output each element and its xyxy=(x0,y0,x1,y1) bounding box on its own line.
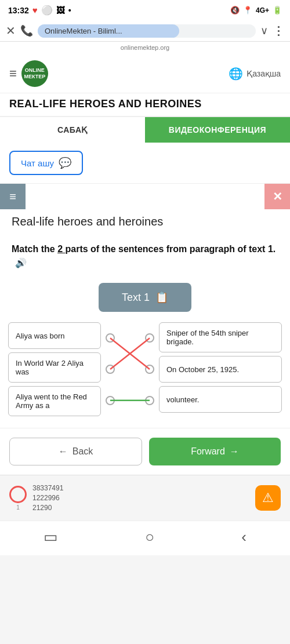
chat-section: Чат ашу 💬 xyxy=(0,143,290,184)
url-bar[interactable]: OnlineMekten - Biliml... xyxy=(38,24,256,38)
lesson-title: Real-life heroes and heroines xyxy=(0,184,290,234)
browser-bar: ✕ 📞 OnlineMekten - Biliml... ∨ ⋮ xyxy=(0,20,290,42)
page-title: REAL-LIFE HEROES AND HEROINES xyxy=(9,98,281,110)
battery-icon: 🔋 xyxy=(273,6,282,14)
chat-bubble-icon: 💬 xyxy=(59,157,71,169)
chat-button-label: Чат ашу xyxy=(21,158,54,168)
nav-buttons: ← Back Forward → xyxy=(0,428,290,475)
browser-close-button[interactable]: ✕ xyxy=(6,24,16,38)
right-item-1: Sniper of the 54th sniper brigade. xyxy=(159,322,282,352)
back-nav-button[interactable]: ‹ xyxy=(241,528,246,546)
signal-strength: 4G+ xyxy=(256,6,269,14)
match-container: Aliya was born In World War 2 Aliya was … xyxy=(8,322,282,416)
match-area: Aliya was born In World War 2 Aliya was … xyxy=(0,322,290,428)
task-instruction: Match the 2 parts of the sentences from … xyxy=(0,234,290,279)
hamburger-menu-icon[interactable]: ≡ xyxy=(9,66,17,81)
footer-left: 1 38337491 1222996 21290 xyxy=(9,483,63,512)
text-button-label: Text 1 xyxy=(122,292,150,304)
text1-button[interactable]: Text 1 📋 xyxy=(99,283,191,312)
more-options-icon[interactable]: ⋮ xyxy=(273,24,284,38)
top-nav: ≡ ONLINEМЕКТЕР 🌐 Қазақша xyxy=(0,54,290,93)
close-icon: ✕ xyxy=(273,190,282,203)
heart-icon: ♥ xyxy=(32,5,38,15)
dot-indicator: • xyxy=(68,6,71,15)
footer: 1 38337491 1222996 21290 ⚠ xyxy=(0,475,290,521)
instruction-text-num: 1. xyxy=(268,244,276,254)
bottom-nav: ▭ ○ ‹ xyxy=(0,521,290,555)
menu-lines-icon: ≡ xyxy=(9,190,16,203)
left-item-3: Aliya went to the Red Army as a xyxy=(8,386,101,416)
footer-numbers: 38337491 1222996 21290 xyxy=(32,483,63,512)
home-button[interactable]: ○ xyxy=(145,528,154,546)
connector-column xyxy=(101,322,159,416)
forward-arrow-icon: → xyxy=(230,446,239,457)
url-subtitle: onlinemektep.org xyxy=(0,42,290,54)
tabs-row: САБАҚ ВИДЕОКОНФЕРЕНЦИЯ xyxy=(0,117,290,143)
task-instruction-strong: Match the 2 parts of the sentences from … xyxy=(12,244,276,254)
left-item-2: In World War 2 Aliya was xyxy=(8,352,101,383)
mute-icon: 🔇 xyxy=(230,6,240,14)
language-switcher[interactable]: 🌐 Қазақша xyxy=(229,67,281,81)
recent-apps-button[interactable]: ▭ xyxy=(44,528,58,546)
circle-status-icon: ⚪ xyxy=(41,5,53,16)
chevron-down-icon[interactable]: ∨ xyxy=(260,24,268,37)
sidebar-toggle-button[interactable]: ≡ xyxy=(0,184,26,209)
back-arrow-icon: ← xyxy=(59,446,68,457)
status-right: 🔇 📍 4G+ 🔋 xyxy=(230,6,282,14)
back-button[interactable]: ← Back xyxy=(9,438,142,465)
status-left: 13:32 ♥ ⚪ 🖼 • xyxy=(8,5,71,16)
footer-circle xyxy=(9,486,27,503)
phone-icon[interactable]: 📞 xyxy=(20,24,33,37)
url-text: OnlineMekten - Biliml... xyxy=(45,27,249,35)
footer-circle-wrap: 1 xyxy=(9,486,27,511)
right-item-2: On October 25, 1925. xyxy=(159,356,282,383)
left-column: Aliya was born In World War 2 Aliya was … xyxy=(8,322,101,416)
status-bar: 13:32 ♥ ⚪ 🖼 • 🔇 📍 4G+ 🔋 xyxy=(0,0,290,20)
site-logo: ONLINEМЕКТЕР xyxy=(21,60,48,87)
close-content-button[interactable]: ✕ xyxy=(264,184,290,209)
forward-button[interactable]: Forward → xyxy=(149,438,281,465)
document-icon: 📋 xyxy=(155,291,168,304)
page-title-bar: REAL-LIFE HEROES AND HEROINES xyxy=(0,93,290,117)
url-actions: ∨ ⋮ xyxy=(260,24,284,38)
right-item-3: volunteer. xyxy=(159,386,282,413)
forward-button-label: Forward xyxy=(191,446,225,457)
globe-icon: 🌐 xyxy=(229,67,243,81)
footer-num-label: 1 xyxy=(16,504,20,511)
logo-text: ONLINEМЕКТЕР xyxy=(24,67,45,80)
right-column: Sniper of the 54th sniper brigade. On Oc… xyxy=(159,322,282,416)
tab-video-conference[interactable]: ВИДЕОКОНФЕРЕНЦИЯ xyxy=(145,117,290,143)
warning-icon: ⚠ xyxy=(262,490,274,505)
content-area: ≡ ✕ Real-life heroes and heroines Match … xyxy=(0,184,290,475)
instruction-prefix: Match the xyxy=(12,244,55,254)
chat-button[interactable]: Чат ашу 💬 xyxy=(9,151,83,175)
left-item-1: Aliya was born xyxy=(8,322,101,349)
tab-lesson[interactable]: САБАҚ xyxy=(0,117,145,143)
instruction-number: 2 xyxy=(57,244,65,254)
time-display: 13:32 xyxy=(8,6,29,15)
connector-svg xyxy=(101,322,159,416)
logo-wrap: ≡ ONLINEМЕКТЕР xyxy=(9,60,48,87)
back-button-label: Back xyxy=(72,446,93,457)
sound-icon[interactable]: 🔊 xyxy=(15,256,27,270)
warning-button[interactable]: ⚠ xyxy=(255,485,281,511)
text-button-wrapper: Text 1 📋 xyxy=(0,283,290,312)
instruction-suffix: parts of the sentences from paragraph of… xyxy=(65,244,265,254)
image-icon: 🖼 xyxy=(56,5,65,15)
location-icon: 📍 xyxy=(243,6,252,14)
language-label: Қазақша xyxy=(246,69,281,78)
